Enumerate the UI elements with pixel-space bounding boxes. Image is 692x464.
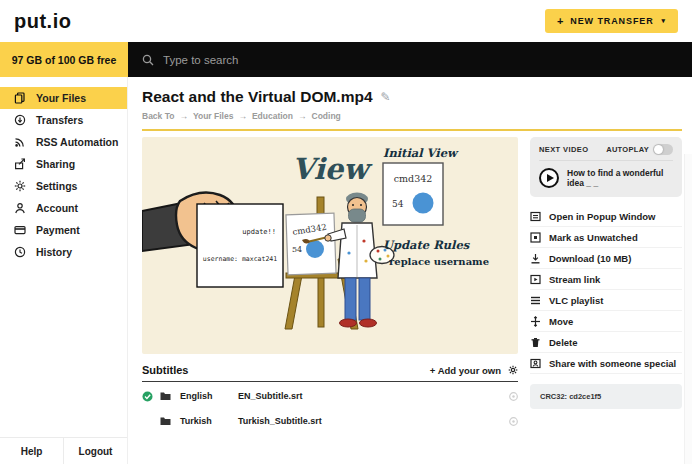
paper-note: update!! [242,228,276,236]
update-rules-text: replace username [389,256,489,267]
folder-icon [160,391,171,401]
storage-indicator[interactable]: 97 GB of 100 GB free [0,42,128,77]
options-icon[interactable] [509,392,518,401]
breadcrumb-coding[interactable]: Coding [312,111,341,121]
sidebar-item-label: Account [36,202,78,214]
page-title: React and the Virtual DOM.mp4 [142,88,373,106]
sharing-icon [14,158,26,170]
trash-icon [530,337,541,348]
sidebar-item-transfers[interactable]: Transfers [0,109,127,131]
subtitles-title: Subtitles [142,364,188,376]
action-label: Share with someone special [549,358,676,369]
main-content: React and the Virtual DOM.mp4 ✎ Back To … [128,77,692,464]
paper-username: username: maxcat241 [203,255,277,263]
subtitle-filename: Turkish_Subtitle.srt [238,416,506,426]
subtitles-section: Subtitles + Add your own [142,364,518,432]
sidebar-item-label: Transfers [36,114,83,126]
new-transfer-label: NEW TRANSFER [570,16,653,26]
content-row: View update!! username: maxcat241 [142,137,682,432]
sidebar-item-label: Sharing [36,158,75,170]
sidebar-item-your-files[interactable]: Your Files [0,87,127,109]
arrow-right-icon: → [179,111,188,121]
top-header: put.io + NEW TRANSFER ▾ [0,0,692,42]
sidebar-item-sharing[interactable]: Sharing [0,153,127,175]
sidebar: Your Files Transfers RSS Automation Shar… [0,77,128,464]
action-label: Download (10 MB) [549,253,631,264]
next-video-header: NEXT VIDEO AUTOPLAY [539,144,673,161]
canvas-shape: cmd342 54 [286,213,336,275]
initial-view-title: Initial View [383,146,459,160]
action-delete[interactable]: Delete [530,332,682,353]
arrow-right-icon: → [238,111,247,121]
transfers-icon [14,114,26,126]
action-label: Delete [549,337,578,348]
download-icon [530,253,541,264]
plus-icon: + [557,15,564,27]
initial-view-value: 54 [392,199,404,209]
history-icon [14,246,26,258]
title-row: React and the Virtual DOM.mp4 ✎ [142,88,682,106]
check-circle-icon [142,391,153,402]
action-share[interactable]: Share with someone special [530,353,682,374]
folder-icon [160,416,171,426]
sidebar-item-history[interactable]: History [0,241,127,263]
action-download[interactable]: Download (10 MB) [530,248,682,269]
pencil-icon[interactable]: ✎ [381,90,391,104]
breadcrumb-your-files[interactable]: Your Files [193,111,233,121]
payment-icon [14,224,26,236]
action-label: Move [549,316,573,327]
action-open-popup[interactable]: Open in Popup Window [530,206,682,227]
subtitle-filename: EN_Subtitle.srt [238,391,506,401]
next-video-card: NEXT VIDEO AUTOPLAY How to find a wonder… [530,137,682,197]
action-move[interactable]: Move [530,311,682,332]
breadcrumb-back-to[interactable]: Back To [142,111,174,121]
search-input[interactable] [163,54,678,66]
sidebar-item-payment[interactable]: Payment [0,219,127,241]
update-rules-title: Update Rules [383,238,471,252]
action-vlc-playlist[interactable]: VLC playlist [530,290,682,311]
settings-icon [14,180,26,192]
subtitle-language: English [180,391,238,401]
subtitle-row-turkish[interactable]: Turkish Turkish_Subtitle.srt [142,410,518,432]
sidebar-item-account[interactable]: Account [0,197,127,219]
video-frame-illustration: View update!! username: maxcat241 [142,137,518,354]
options-icon[interactable] [509,417,518,426]
action-label: Mark as Unwatched [549,232,638,243]
video-player[interactable]: View update!! username: maxcat241 [142,137,518,354]
autoplay-toggle[interactable] [653,144,673,155]
sidebar-item-settings[interactable]: Settings [0,175,127,197]
subtitle-row-english[interactable]: English EN_Subtitle.srt [142,385,518,407]
paper-shape [197,204,283,287]
sidebar-item-label: Settings [36,180,77,192]
autoplay-label: AUTOPLAY [606,145,649,154]
account-icon [14,202,26,214]
gear-icon[interactable] [508,365,518,375]
action-stream-link[interactable]: Stream link [530,269,682,290]
putio-app: put.io + NEW TRANSFER ▾ 97 GB of 100 GB … [0,0,692,464]
logout-button[interactable]: Logout [64,438,127,464]
breadcrumb-education[interactable]: Education [252,111,293,121]
next-video-item[interactable]: How to find a wonderful idea _ _ [539,168,673,188]
rss-icon [14,136,26,148]
share-icon [530,358,541,369]
initial-view-blue-circle [413,193,434,214]
search-bar [128,42,692,77]
unwatched-icon [530,232,541,243]
sidebar-item-label: RSS Automation [36,136,118,148]
sidebar-item-label: History [36,246,72,258]
scrollbar[interactable] [684,154,692,464]
stream-icon [530,274,541,285]
sidebar-item-rss-automation[interactable]: RSS Automation [0,131,127,153]
sidebar-item-label: Your Files [36,92,86,104]
play-icon [539,168,559,188]
initial-view-label: cmd342 [394,173,433,184]
breadcrumb: Back To → Your Files → Education → Codin… [142,111,682,121]
help-button[interactable]: Help [0,438,64,464]
action-label: Stream link [549,274,600,285]
new-transfer-button[interactable]: + NEW TRANSFER ▾ [545,9,678,33]
next-video-title: How to find a wonderful idea _ _ [567,168,673,188]
add-your-own-button[interactable]: + Add your own [430,365,501,376]
action-mark-unwatched[interactable]: Mark as Unwatched [530,227,682,248]
caret-down-icon: ▾ [662,17,666,25]
move-icon [530,316,541,327]
